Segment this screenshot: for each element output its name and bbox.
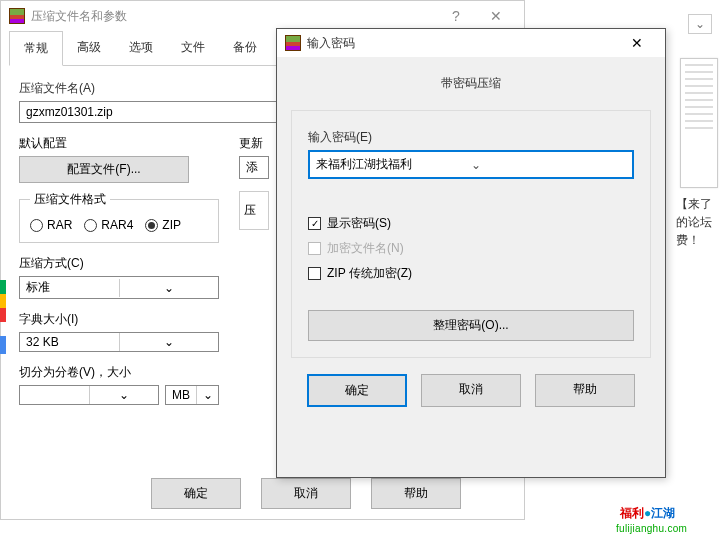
checkbox-icon [308,267,321,280]
encrypt-filenames-checkbox: 加密文件名(N) [308,240,634,257]
checkbox-icon [308,217,321,230]
password-value: 来福利江湖找福利 [316,156,471,173]
password-dialog: 输入密码 ✕ 带密码压缩 输入密码(E) 来福利江湖找福利 ⌄ 显示密码(S) … [276,28,666,478]
password-input[interactable]: 来福利江湖找福利 ⌄ [308,150,634,179]
help-button[interactable]: ? [436,8,476,24]
update-mode-label-cut: 更新 [239,135,269,152]
chevron-down-icon: ⌄ [196,386,218,404]
radio-rar[interactable]: RAR [30,218,72,232]
help-button[interactable]: 帮助 [535,374,635,407]
dlg-titlebar: 输入密码 ✕ [277,29,665,57]
update-mode-value-cut[interactable]: 添 [240,157,268,178]
ok-button[interactable]: 确定 [307,374,407,407]
chevron-down-icon: ⌄ [119,279,219,297]
right-dropdown-fragment[interactable]: ⌄ [688,14,712,34]
password-group: 输入密码(E) 来福利江湖找福利 ⌄ 显示密码(S) 加密文件名(N) ZIP … [291,110,651,358]
document-thumbnail [680,58,718,188]
radio-rar4[interactable]: RAR4 [84,218,133,232]
bg-cancel-button[interactable]: 取消 [261,478,351,509]
left-color-strip [0,280,6,294]
format-legend: 压缩文件格式 [30,191,110,208]
winrar-icon [9,8,25,24]
dict-label: 字典大小(I) [19,311,219,328]
close-button[interactable]: ✕ [617,35,657,51]
config-file-button[interactable]: 配置文件(F)... [19,156,189,183]
bg-window-title: 压缩文件名和参数 [31,8,436,25]
zip-legacy-checkbox[interactable]: ZIP 传统加密(Z) [308,265,634,282]
chevron-down-icon[interactable]: ⌄ [471,158,626,172]
tab-backup[interactable]: 备份 [219,31,271,65]
password-label: 输入密码(E) [308,129,634,146]
close-button[interactable]: ✕ [476,8,516,24]
dlg-subtitle: 带密码压缩 [291,69,651,110]
left-color-strip [0,294,6,308]
split-size-select[interactable]: ⌄ [19,385,159,405]
left-color-strip [0,336,6,354]
organize-passwords-button[interactable]: 整理密码(O)... [308,310,634,341]
chevron-down-icon: ⌄ [89,386,159,404]
method-label: 压缩方式(C) [19,255,219,272]
left-color-strip [0,308,6,322]
watermark-url: fulijianghu.com [616,523,687,534]
dict-select[interactable]: 32 KB⌄ [19,332,219,352]
dlg-title: 输入密码 [307,35,617,52]
split-unit-select[interactable]: MB⌄ [165,385,219,405]
bg-titlebar: 压缩文件名和参数 ? ✕ [1,1,524,31]
bg-help-button[interactable]: 帮助 [371,478,461,509]
right-text-fragment: 【来了 的论坛 费！ [676,195,712,249]
radio-zip[interactable]: ZIP [145,218,181,232]
checkbox-icon [308,242,321,255]
show-password-checkbox[interactable]: 显示密码(S) [308,215,634,232]
tab-files[interactable]: 文件 [167,31,219,65]
tab-general[interactable]: 常规 [9,31,63,66]
winrar-icon [285,35,301,51]
method-select[interactable]: 标准⌄ [19,276,219,299]
bg-dialog-buttons: 确定 取消 帮助 [151,478,461,509]
tab-options[interactable]: 选项 [115,31,167,65]
bg-ok-button[interactable]: 确定 [151,478,241,509]
tab-advanced[interactable]: 高级 [63,31,115,65]
compress-options-label-cut: 压 [244,203,256,217]
cancel-button[interactable]: 取消 [421,374,521,407]
chevron-down-icon: ⌄ [119,333,219,351]
default-cfg-label: 默认配置 [19,135,219,152]
watermark-logo: 福利●江湖 [620,501,675,522]
split-label: 切分为分卷(V)，大小 [19,364,239,381]
dlg-buttons: 确定 取消 帮助 [291,374,651,407]
